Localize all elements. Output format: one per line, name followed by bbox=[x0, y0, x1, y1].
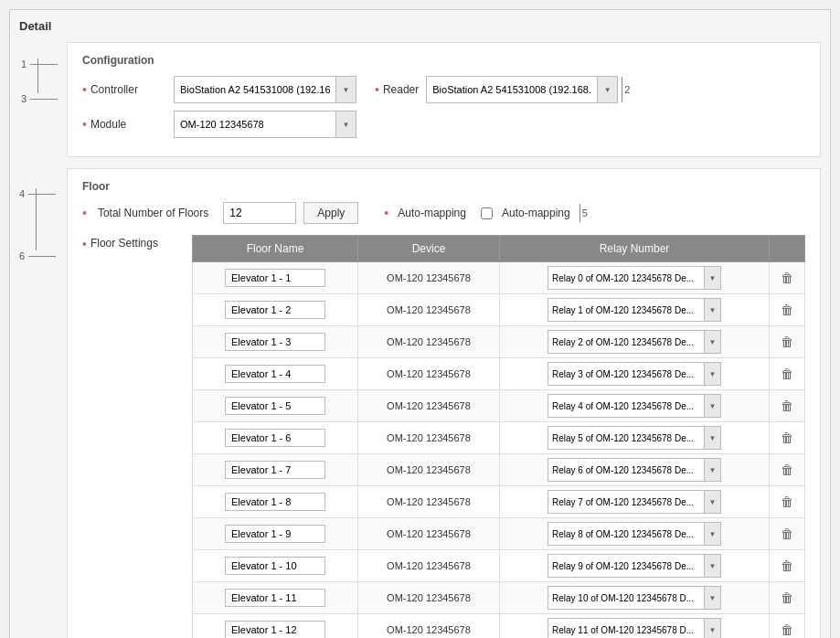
delete-row-button[interactable]: 🗑 bbox=[777, 429, 797, 447]
relay-dropdown-arrow[interactable] bbox=[704, 491, 720, 513]
table-row: OM-120 12345678Relay 2 of OM-120 1234567… bbox=[193, 326, 805, 358]
relay-select-wrapper[interactable]: Relay 6 of OM-120 12345678 De... bbox=[548, 458, 721, 482]
device-cell: OM-120 12345678 bbox=[358, 454, 500, 486]
automapping-checkbox[interactable] bbox=[481, 207, 493, 219]
floor-name-input[interactable] bbox=[225, 525, 325, 543]
floor-name-input[interactable] bbox=[225, 301, 325, 319]
relay-select[interactable]: Relay 10 of OM-120 12345678 D... bbox=[548, 590, 704, 606]
relay-select[interactable]: Relay 6 of OM-120 12345678 De... bbox=[548, 463, 704, 478]
delete-row-button[interactable]: 🗑 bbox=[777, 333, 797, 351]
relay-select-wrapper[interactable]: Relay 10 of OM-120 12345678 D... bbox=[548, 586, 721, 610]
total-floors-input[interactable] bbox=[223, 202, 296, 224]
module-select-wrapper[interactable]: OM-120 12345678 bbox=[174, 111, 356, 138]
table-row: OM-120 12345678Relay 0 of OM-120 1234567… bbox=[193, 262, 805, 294]
table-row: OM-120 12345678Relay 5 of OM-120 1234567… bbox=[193, 422, 805, 454]
delete-row-button[interactable]: 🗑 bbox=[777, 365, 797, 383]
relay-select[interactable]: Relay 8 of OM-120 12345678 De... bbox=[548, 526, 704, 542]
relay-dropdown-arrow[interactable] bbox=[704, 555, 720, 577]
col-device: Device bbox=[358, 236, 500, 262]
delete-row-button[interactable]: 🗑 bbox=[777, 621, 797, 638]
delete-row-button[interactable]: 🗑 bbox=[777, 269, 797, 287]
configuration-section: Configuration • Controller BioStation A2… bbox=[67, 42, 821, 157]
floor-name-input[interactable] bbox=[225, 493, 325, 511]
relay-select-wrapper[interactable]: Relay 2 of OM-120 12345678 De... bbox=[548, 330, 721, 354]
table-row: OM-120 12345678Relay 6 of OM-120 1234567… bbox=[193, 454, 805, 486]
relay-dropdown-arrow[interactable] bbox=[704, 299, 720, 321]
relay-select-wrapper[interactable]: Relay 0 of OM-120 12345678 De... bbox=[548, 266, 721, 290]
controller-dropdown-arrow[interactable] bbox=[335, 77, 356, 102]
device-cell: OM-120 12345678 bbox=[358, 518, 500, 550]
delete-row-button[interactable]: 🗑 bbox=[777, 493, 797, 511]
table-row: OM-120 12345678Relay 9 of OM-120 1234567… bbox=[193, 550, 805, 582]
reader-select[interactable]: BioStation A2 541531008 (192.168.... bbox=[427, 80, 597, 99]
automapping-area: • Auto-mapping Auto-mapping 5 bbox=[384, 204, 587, 222]
relay-select-wrapper[interactable]: Relay 3 of OM-120 12345678 De... bbox=[548, 362, 721, 386]
relay-select-wrapper[interactable]: Relay 11 of OM-120 12345678 D... bbox=[548, 618, 721, 638]
relay-dropdown-arrow[interactable] bbox=[704, 395, 720, 417]
floor-name-input[interactable] bbox=[225, 333, 325, 351]
device-cell: OM-120 12345678 bbox=[358, 262, 500, 294]
delete-row-button[interactable]: 🗑 bbox=[777, 557, 797, 575]
module-select[interactable]: OM-120 12345678 bbox=[175, 115, 335, 133]
delete-row-button[interactable]: 🗑 bbox=[777, 461, 797, 479]
relay-dropdown-arrow[interactable] bbox=[704, 619, 720, 638]
relay-select-wrapper[interactable]: Relay 7 of OM-120 12345678 De... bbox=[548, 490, 721, 514]
config-label-3: 3 bbox=[21, 93, 58, 104]
relay-select[interactable]: Relay 9 of OM-120 12345678 De... bbox=[548, 558, 704, 574]
reader-select-wrapper[interactable]: BioStation A2 541531008 (192.168.... bbox=[426, 76, 618, 103]
relay-dropdown-arrow[interactable] bbox=[704, 267, 720, 289]
floor-name-input[interactable] bbox=[225, 429, 325, 447]
table-row: OM-120 12345678Relay 3 of OM-120 1234567… bbox=[193, 358, 805, 390]
delete-row-button[interactable]: 🗑 bbox=[777, 397, 797, 415]
relay-select[interactable]: Relay 5 of OM-120 12345678 De... bbox=[548, 431, 704, 446]
relay-dropdown-arrow[interactable] bbox=[704, 459, 720, 481]
relay-dropdown-arrow[interactable] bbox=[704, 587, 720, 609]
module-dropdown-arrow[interactable] bbox=[335, 112, 356, 137]
relay-select[interactable]: Relay 1 of OM-120 12345678 De... bbox=[548, 303, 704, 318]
floor-name-input[interactable] bbox=[225, 589, 325, 607]
relay-dropdown-arrow[interactable] bbox=[704, 427, 720, 449]
relay-dropdown-arrow[interactable] bbox=[704, 331, 720, 353]
detail-panel: Detail 1 3 Configuration • bbox=[9, 9, 831, 638]
device-cell: OM-120 12345678 bbox=[358, 390, 500, 422]
relay-select[interactable]: Relay 0 of OM-120 12345678 De... bbox=[548, 271, 704, 286]
floor-name-input[interactable] bbox=[225, 461, 325, 479]
floor-label-4: 4 bbox=[19, 188, 56, 199]
module-label: • Module bbox=[82, 117, 174, 132]
floor-controls-row: • Total Number of Floors Apply • Auto-ma… bbox=[82, 202, 805, 224]
floor-settings-label: • Floor Settings bbox=[82, 235, 192, 638]
apply-button[interactable]: Apply bbox=[303, 202, 358, 224]
relay-select[interactable]: Relay 4 of OM-120 12345678 De... bbox=[548, 399, 704, 414]
config-label-2-area: 2 bbox=[622, 77, 630, 102]
device-cell: OM-120 12345678 bbox=[358, 422, 500, 454]
relay-dropdown-arrow[interactable] bbox=[704, 523, 720, 545]
panel-title: Detail bbox=[19, 19, 821, 33]
relay-dropdown-arrow[interactable] bbox=[704, 363, 720, 385]
delete-row-button[interactable]: 🗑 bbox=[777, 589, 797, 607]
relay-select-wrapper[interactable]: Relay 5 of OM-120 12345678 De... bbox=[548, 426, 721, 450]
relay-select-wrapper[interactable]: Relay 8 of OM-120 12345678 De... bbox=[548, 522, 721, 546]
table-row: OM-120 12345678Relay 10 of OM-120 123456… bbox=[193, 582, 805, 614]
reader-dropdown-arrow[interactable] bbox=[597, 77, 617, 102]
relay-select[interactable]: Relay 11 of OM-120 12345678 D... bbox=[548, 622, 704, 638]
col-relay-number: Relay Number bbox=[499, 236, 769, 262]
floor-name-input[interactable] bbox=[225, 621, 325, 638]
floor-name-input[interactable] bbox=[225, 557, 325, 575]
floor-name-input[interactable] bbox=[225, 365, 325, 383]
controller-select-wrapper[interactable]: BioStation A2 541531008 (192.168.... bbox=[174, 76, 356, 103]
relay-select[interactable]: Relay 3 of OM-120 12345678 De... bbox=[548, 367, 704, 382]
table-row: OM-120 12345678Relay 4 of OM-120 1234567… bbox=[193, 390, 805, 422]
delete-row-button[interactable]: 🗑 bbox=[777, 525, 797, 543]
floor-label-6: 6 bbox=[19, 250, 56, 261]
delete-row-button[interactable]: 🗑 bbox=[777, 301, 797, 319]
floor-name-input[interactable] bbox=[225, 269, 325, 287]
relay-select-wrapper[interactable]: Relay 9 of OM-120 12345678 De... bbox=[548, 554, 721, 578]
relay-select-wrapper[interactable]: Relay 1 of OM-120 12345678 De... bbox=[548, 298, 721, 322]
controller-label: • Controller bbox=[82, 82, 174, 97]
relay-select[interactable]: Relay 2 of OM-120 12345678 De... bbox=[548, 335, 704, 350]
relay-select-wrapper[interactable]: Relay 4 of OM-120 12345678 De... bbox=[548, 394, 721, 418]
controller-select[interactable]: BioStation A2 541531008 (192.168.... bbox=[175, 80, 335, 99]
floor-name-input[interactable] bbox=[225, 397, 325, 415]
relay-select[interactable]: Relay 7 of OM-120 12345678 De... bbox=[548, 494, 704, 510]
device-cell: OM-120 12345678 bbox=[358, 582, 500, 614]
